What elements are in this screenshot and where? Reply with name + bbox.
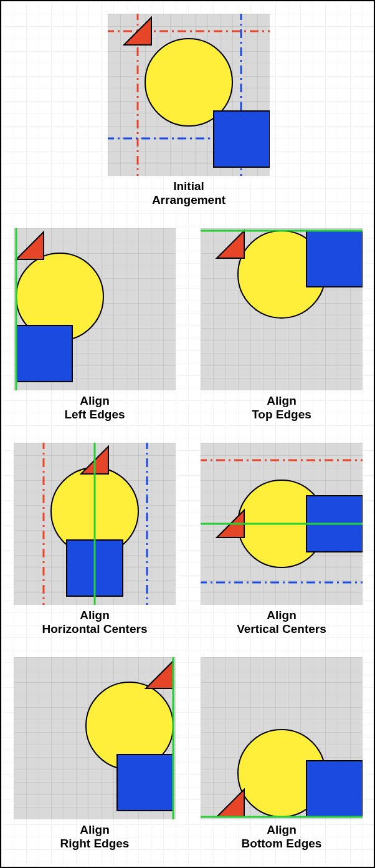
grid-right [14,657,176,819]
shapes-top [201,228,363,390]
grid-hcenter [14,443,176,605]
shapes-right [14,657,176,819]
panel-align-vcenter: Align Vertical Centers [201,443,363,636]
caption-hcenter: Align Horizontal Centers [14,609,176,636]
blue-square [306,231,363,287]
grid-initial [108,14,270,176]
caption-top: Align Top Edges [201,394,363,422]
blue-square [117,755,173,811]
caption-bottom: Align Bottom Edges [201,823,363,851]
red-triangle [146,661,173,688]
caption-right: Align Right Edges [14,823,176,851]
shapes-bottom [201,657,363,819]
caption-left: Align Left Edges [14,394,176,422]
red-triangle [217,789,244,817]
panel-initial: Initial Arrangement [108,14,270,207]
caption-vcenter: Align Vertical Centers [201,609,363,636]
caption-initial: Initial Arrangement [108,180,270,207]
blue-square [306,761,363,817]
red-triangle [16,232,44,259]
shapes-hcenter [14,443,176,605]
shapes-left [14,228,176,390]
grid-bottom [201,657,363,819]
shapes-vcenter [201,443,363,605]
panel-align-right: Align Right Edges [14,657,176,851]
grid-vcenter [201,443,363,605]
blue-square [16,326,72,382]
panel-align-left: Align Left Edges [14,228,176,422]
blue-square [214,111,270,167]
grid-top [201,228,363,390]
red-triangle [217,231,244,258]
panel-align-hcenter: Align Horizontal Centers [14,443,176,636]
panel-align-bottom: Align Bottom Edges [201,657,363,851]
panel-align-top: Align Top Edges [201,228,363,422]
grid-left [14,228,176,390]
shapes-initial [108,14,270,176]
